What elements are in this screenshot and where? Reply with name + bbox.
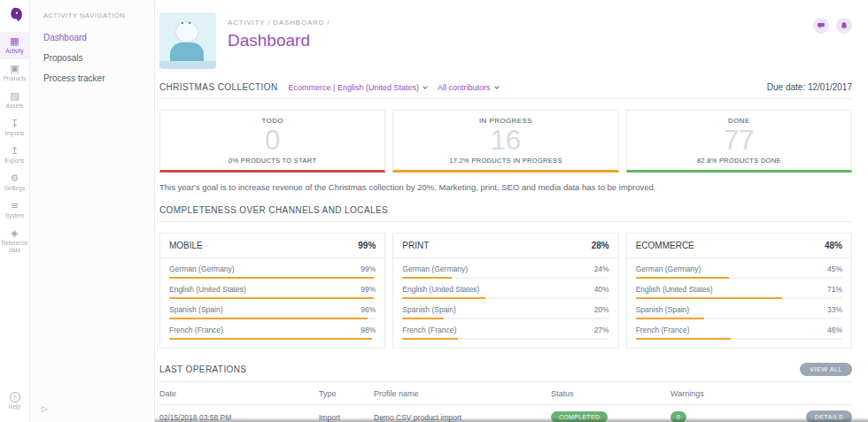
locale-row[interactable]: German (Germany)24%	[393, 258, 617, 279]
channel-header: MOBILE 99%	[160, 234, 384, 258]
locale-name: German (Germany)	[636, 265, 701, 273]
locale-row[interactable]: Spanish (Spain)96%	[160, 299, 384, 319]
rail-item-label: Help	[1, 403, 28, 410]
warnings-badge: 0	[670, 411, 686, 422]
due-date: Due date: 12/01/2017	[767, 82, 852, 92]
rail-item-help[interactable]: ? Help	[0, 388, 29, 415]
rail-item-settings[interactable]: ⚙ Settings	[0, 169, 29, 196]
products-icon: ▣	[1, 63, 28, 74]
locale-row[interactable]: French (France)46%	[627, 319, 851, 348]
channel-name: ECOMMERCE	[636, 241, 694, 250]
stat-card-in-progress: IN PROGRESS 16 17.2% PRODUCTS IN PROGRES…	[392, 110, 618, 173]
illustration-band	[159, 61, 216, 69]
akeneo-logo[interactable]	[6, 6, 24, 24]
operation-profile: Demo CSV product import	[374, 413, 551, 422]
imports-icon: ↧	[1, 118, 28, 129]
rail-item-activity[interactable]: ▦ Activity	[0, 32, 29, 59]
system-icon: ≡	[1, 200, 28, 211]
locale-name: German (Germany)	[402, 265, 468, 273]
sidebar-item-proposals[interactable]: Proposals	[43, 53, 145, 63]
operation-date: 02/15/2018 03:58 PM	[159, 413, 319, 422]
stat-label: TODO	[166, 117, 379, 125]
rail-item-assets[interactable]: ▨ Assets	[0, 87, 29, 114]
locale-row[interactable]: French (France)98%	[160, 319, 384, 348]
dashboard-illustration	[159, 12, 216, 69]
column-status: Status	[551, 389, 670, 398]
rail-item-label: Products	[1, 75, 28, 82]
view-all-button[interactable]: VIEW ALL	[800, 363, 852, 376]
locale-row[interactable]: Spanish (Spain)33%	[627, 299, 851, 319]
channel-card-print: PRINT 28% German (Germany)24% English (U…	[392, 233, 618, 349]
locale-progress-track	[636, 338, 842, 340]
rail-item-exports[interactable]: ↥ Exports	[0, 142, 29, 169]
status-badge: COMPLETED	[551, 411, 608, 422]
rail-item-products[interactable]: ▣ Products	[0, 59, 29, 87]
locale-percent: 98%	[360, 326, 376, 334]
locale-name: French (France)	[636, 326, 690, 334]
locale-progress-bar	[636, 338, 731, 340]
column-date: Date	[159, 389, 319, 398]
details-button[interactable]: DETAILS	[806, 410, 852, 422]
header-icons	[813, 12, 852, 34]
sidebar-item-dashboard[interactable]: Dashboard	[43, 33, 145, 42]
stat-value: 0	[166, 126, 379, 155]
rail-item-imports[interactable]: ↧ Imports	[0, 114, 29, 142]
locale-row[interactable]: English (United States)40%	[393, 279, 617, 299]
icon-rail: ▦ Activity ▣ Products ▨ Assets ↧ Imports…	[0, 0, 30, 422]
rail-item-label: Reference data	[1, 240, 28, 254]
activity-navigation: ACTIVITY NAVIGATION Dashboard Proposals …	[31, 0, 155, 422]
exports-icon: ↥	[1, 145, 28, 157]
locale-name: Spanish (Spain)	[402, 305, 455, 314]
notification-bell-icon[interactable]	[836, 18, 852, 34]
operations-title: LAST OPERATIONS	[159, 364, 246, 374]
operation-type: Import	[319, 413, 374, 422]
locale-name: Spanish (Spain)	[169, 305, 222, 314]
locale-percent: 27%	[594, 326, 609, 334]
illustration-character-eye	[189, 22, 190, 24]
channel-card-mobile: MOBILE 99% German (Germany)99% English (…	[159, 233, 385, 349]
channel-locale-filter-label: Ecommerce | English (United States)	[289, 83, 419, 92]
locale-percent: 46%	[827, 326, 842, 334]
channel-locale-filter[interactable]: Ecommerce | English (United States)	[289, 83, 427, 92]
locale-name: English (United States)	[636, 285, 713, 294]
rail-item-system[interactable]: ≡ System	[0, 196, 29, 224]
header-text: ACTIVITY / DASHBOARD / Dashboard	[228, 12, 329, 50]
completeness-section-header: COMPLETENESS OVER CHANNELS AND LOCALES	[159, 205, 852, 222]
illustration-character-eye	[182, 22, 183, 24]
activity-icon: ▦	[1, 35, 28, 47]
column-profile-name: Profile name	[374, 389, 551, 398]
locale-row[interactable]: German (Germany)99%	[160, 258, 384, 279]
locale-row[interactable]: German (Germany)45%	[627, 258, 851, 279]
stat-subtext: 82.8% PRODUCTS DONE	[632, 157, 846, 165]
illustration-character-head	[175, 21, 198, 42]
locale-percent: 45%	[827, 265, 842, 273]
locale-row[interactable]: French (France)27%	[393, 319, 617, 348]
sidebar-item-process-tracker[interactable]: Process tracker	[43, 73, 145, 83]
locale-progress-track	[169, 338, 376, 340]
locale-progress-bar	[402, 338, 458, 340]
stat-subtext: 0% PRODUCTS TO START	[166, 157, 379, 165]
locale-percent: 71%	[827, 285, 842, 294]
locale-percent: 24%	[594, 265, 609, 273]
channel-card-ecommerce: ECOMMERCE 48% German (Germany)45% Englis…	[626, 233, 852, 349]
contributors-filter[interactable]: All contributors	[438, 83, 499, 92]
locale-row[interactable]: English (United States)99%	[160, 279, 384, 299]
stat-value: 77	[632, 126, 846, 155]
stat-value: 16	[399, 126, 612, 155]
assistant-icon[interactable]	[813, 18, 829, 34]
rail-item-reference-data[interactable]: ◈ Reference data	[0, 224, 29, 258]
stat-card-todo: TODO 0 0% PRODUCTS TO START	[159, 110, 385, 173]
locale-name: German (Germany)	[169, 265, 235, 273]
rail-item-label: Imports	[1, 130, 28, 137]
assets-icon: ▨	[1, 90, 28, 102]
locale-row[interactable]: Spanish (Spain)20%	[393, 299, 617, 319]
chevron-down-icon	[494, 84, 500, 89]
chevron-down-icon	[422, 84, 428, 89]
locale-row[interactable]: English (United States)71%	[627, 279, 851, 299]
breadcrumb[interactable]: ACTIVITY / DASHBOARD /	[228, 19, 329, 27]
completeness-title: COMPLETENESS OVER CHANNELS AND LOCALES	[159, 205, 388, 215]
project-goal-text: This year's goal is to increase revenue …	[159, 182, 852, 192]
locale-progress-track	[402, 338, 608, 340]
collapse-sidebar-icon[interactable]: ▷	[42, 404, 48, 413]
channel-percent: 99%	[358, 241, 376, 250]
